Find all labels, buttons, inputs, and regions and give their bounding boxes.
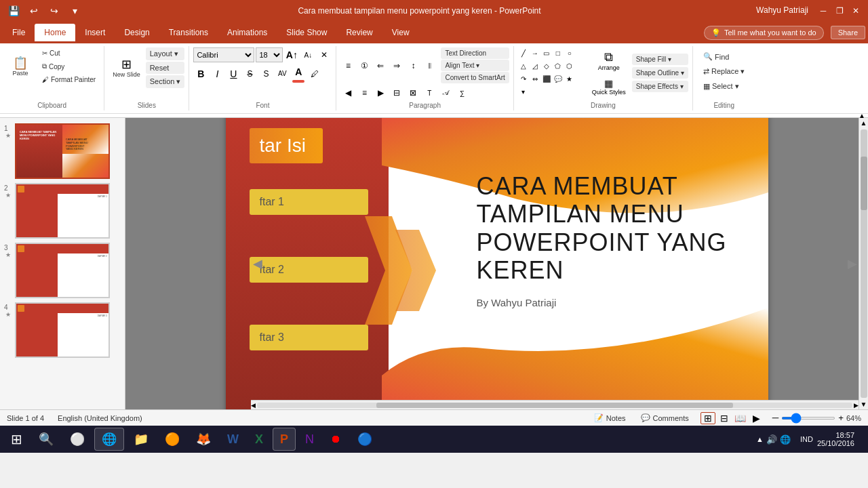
undo-button[interactable]: ↩: [26, 3, 42, 19]
tab-home[interactable]: Home: [35, 24, 75, 41]
reading-view-button[interactable]: 📖: [733, 412, 748, 424]
tab-review[interactable]: Review: [336, 24, 382, 41]
replace-button[interactable]: ⇄ Replace ▾: [697, 65, 751, 78]
slide-thumb-2[interactable]: 2 ★ DAFTAR 1: [4, 183, 121, 239]
tab-transitions[interactable]: Transitions: [159, 24, 218, 41]
increase-indent-button[interactable]: ⇒: [389, 58, 404, 73]
section-button[interactable]: Section ▾: [146, 75, 185, 88]
strikethrough-button[interactable]: S: [242, 66, 257, 81]
new-slide-button[interactable]: ⊞ New Slide: [108, 56, 144, 81]
text-box-button[interactable]: T: [422, 85, 437, 100]
minimize-button[interactable]: ─: [816, 5, 830, 16]
chrome-button[interactable]: 🟠: [158, 428, 186, 451]
cut-button[interactable]: ✂ Cut: [38, 47, 100, 59]
save-button[interactable]: 💾: [5, 3, 22, 19]
shape-fill-button[interactable]: Shape Fill ▾: [632, 54, 688, 65]
close-button[interactable]: ✕: [849, 5, 863, 16]
pentagon-shape-button[interactable]: ⬠: [553, 60, 564, 71]
scroll-left-button[interactable]: ◀: [251, 402, 256, 409]
edge-button[interactable]: 🌐: [94, 428, 124, 451]
onenote-button[interactable]: N: [298, 428, 321, 451]
tab-slideshow[interactable]: Slide Show: [277, 24, 336, 41]
flowchart-shape-button[interactable]: ⬛: [541, 73, 552, 84]
explorer-button[interactable]: 📁: [127, 428, 155, 451]
more-shapes-button[interactable]: ▾: [518, 86, 529, 97]
align-left-button[interactable]: ◀: [340, 85, 355, 100]
font-family-select[interactable]: Calibri: [193, 47, 254, 62]
highlight-button[interactable]: 🖊: [307, 66, 322, 81]
scroll-down-button[interactable]: ▼: [859, 399, 868, 409]
slide-thumb-4[interactable]: 4 ★ DAFTAR 3: [4, 302, 121, 358]
slide-canvas[interactable]: tar Isi ftar 1 ftar 2 ftar 3: [226, 118, 768, 409]
line-shape-button[interactable]: ╱: [518, 47, 529, 58]
media-button[interactable]: 🔵: [351, 428, 379, 451]
font-color-button[interactable]: A: [291, 64, 306, 79]
slide-sorter-button[interactable]: ⊟: [717, 412, 732, 424]
normal-view-button[interactable]: ⊞: [701, 412, 715, 424]
scroll-thumb[interactable]: [861, 157, 867, 210]
h-scroll-track[interactable]: [257, 403, 852, 408]
triangle-shape-button[interactable]: △: [518, 60, 529, 71]
search-button[interactable]: 🔍: [32, 428, 60, 451]
decrease-indent-button[interactable]: ⇐: [373, 58, 388, 73]
columns-button[interactable]: ⫴: [422, 58, 437, 73]
scroll-up-button[interactable]: ▲: [859, 118, 868, 128]
italic-button[interactable]: I: [210, 66, 224, 81]
slide-preview-1[interactable]: CARA MEMBUATTAMPILAN MENUPOWERPOINTYANG …: [15, 123, 110, 179]
curvarrow-shape-button[interactable]: ↷: [518, 73, 529, 84]
zoom-in-button[interactable]: +: [838, 413, 844, 423]
arrow-shape-button[interactable]: →: [530, 47, 540, 58]
clear-format-button[interactable]: ✕: [317, 47, 332, 62]
slide-preview-4[interactable]: DAFTAR 3: [15, 302, 110, 358]
arrange-button[interactable]: ⧉ Arrange: [589, 47, 629, 74]
notes-button[interactable]: 📝 Notes: [591, 412, 629, 424]
align-text-button[interactable]: Align Text ▾: [441, 60, 509, 71]
text-art-button[interactable]: 𝒜: [438, 85, 453, 100]
next-slide-button[interactable]: ▶: [848, 256, 857, 271]
tab-design[interactable]: Design: [115, 24, 159, 41]
copy-button[interactable]: ⧉ Copy: [38, 60, 100, 73]
quick-styles-button[interactable]: ▦ Quick Styles: [589, 75, 629, 98]
share-button[interactable]: Share: [831, 26, 865, 39]
reset-button[interactable]: Reset: [146, 62, 185, 74]
text-direction-button[interactable]: Text Direction: [441, 47, 509, 59]
tab-animations[interactable]: Animations: [218, 24, 277, 41]
convert-smartart-button[interactable]: Convert to SmartArt: [441, 72, 509, 83]
rect2-shape-button[interactable]: □: [553, 47, 564, 58]
slide-preview-3[interactable]: DAFTAR 2: [15, 243, 110, 298]
vertical-scrollbar[interactable]: ▲ ▼: [859, 118, 868, 409]
dblarrow-shape-button[interactable]: ⇔: [530, 73, 540, 84]
layout-button[interactable]: Layout ▾: [146, 47, 185, 60]
slide-thumb-1[interactable]: 1 ★ CARA MEMBUATTAMPILAN MENUPOWERPOINTY…: [4, 123, 121, 179]
cortana-button[interactable]: ⚪: [63, 428, 92, 451]
customize-quick-access-button[interactable]: ▾: [66, 3, 83, 19]
bullets-button[interactable]: ≡: [340, 58, 355, 73]
numbering-button[interactable]: ①: [357, 58, 372, 73]
underline-button[interactable]: U: [226, 66, 241, 81]
prev-slide-button[interactable]: ◀: [253, 256, 262, 271]
scroll-right-button[interactable]: ▶: [854, 402, 859, 409]
shadow-button[interactable]: S: [258, 66, 273, 81]
hex-shape-button[interactable]: ⬡: [564, 60, 575, 71]
word-button[interactable]: W: [220, 428, 245, 451]
align-center-button[interactable]: ≡: [357, 85, 372, 100]
slide-preview-2[interactable]: DAFTAR 1: [15, 183, 110, 239]
tell-me-input[interactable]: 💡 Tell me what you want to do: [704, 26, 824, 40]
comments-button[interactable]: 💬 Comments: [637, 412, 692, 424]
diamond-shape-button[interactable]: ◇: [541, 60, 552, 71]
scroll-track[interactable]: [861, 129, 867, 398]
h-scroll-thumb[interactable]: [376, 403, 734, 408]
tab-view[interactable]: View: [382, 24, 419, 41]
distribute-button[interactable]: ⊠: [406, 85, 420, 100]
powerpoint-taskbar-button[interactable]: P: [273, 428, 296, 451]
tab-insert[interactable]: Insert: [75, 24, 115, 41]
zoom-out-button[interactable]: ─: [772, 413, 778, 423]
bold-button[interactable]: B: [193, 66, 208, 81]
tray-arrow-button[interactable]: ▲: [756, 435, 764, 443]
rtriangle-shape-button[interactable]: ◿: [530, 60, 540, 71]
slide-thumb-3[interactable]: 3 ★ DAFTAR 2: [4, 243, 121, 298]
oval-shape-button[interactable]: ○: [564, 47, 575, 58]
excel-button[interactable]: X: [248, 428, 270, 451]
paste-button[interactable]: 📋 Paste: [4, 54, 37, 79]
font-size-select[interactable]: 18: [256, 47, 283, 62]
